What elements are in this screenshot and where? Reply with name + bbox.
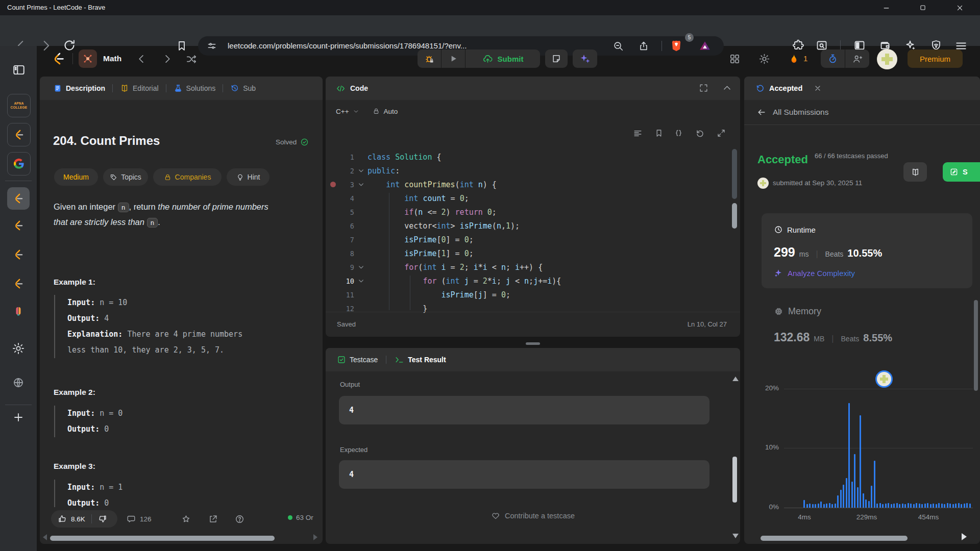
test-vscroll-down-arrow[interactable] <box>732 534 739 538</box>
next-problem-button[interactable] <box>161 53 173 65</box>
runtime-bar[interactable] <box>854 454 855 508</box>
runtime-bar[interactable] <box>958 503 960 508</box>
feedback-button[interactable] <box>235 514 244 524</box>
runtime-bar[interactable] <box>879 503 881 508</box>
topics-chip[interactable]: Topics <box>103 168 148 186</box>
runtime-bar[interactable] <box>891 504 892 508</box>
tab-leetcode-3[interactable] <box>12 248 25 261</box>
runtime-bar[interactable] <box>829 503 830 508</box>
snippets-button[interactable] <box>674 129 683 138</box>
breakpoint-dot[interactable] <box>330 182 336 187</box>
runtime-bar[interactable] <box>919 504 920 508</box>
code-line-1[interactable]: 1class Solution { <box>326 150 733 164</box>
runtime-bar[interactable] <box>949 504 951 508</box>
fullscreen-button[interactable] <box>699 83 708 93</box>
runtime-bar[interactable] <box>888 503 889 508</box>
tab-description[interactable]: Description <box>53 84 105 93</box>
bookmark-button[interactable] <box>176 40 188 52</box>
runtime-bar[interactable] <box>843 485 844 508</box>
companies-chip[interactable]: Companies <box>153 168 222 186</box>
runtime-bar[interactable] <box>820 502 822 508</box>
runtime-bar[interactable] <box>826 504 827 508</box>
fold-chevron-icon[interactable] <box>354 181 368 188</box>
sidebar-settings-button[interactable] <box>12 342 25 355</box>
hscroll-left-arrow[interactable] <box>43 534 47 540</box>
runtime-bar[interactable] <box>874 461 875 508</box>
runtime-bar[interactable] <box>865 499 867 508</box>
runtime-bar[interactable] <box>896 503 898 508</box>
site-settings-tune-icon[interactable] <box>207 41 217 51</box>
runtime-bar[interactable] <box>969 504 971 508</box>
like-button[interactable]: 8.6K <box>51 514 85 523</box>
analyze-complexity-link[interactable]: Analyze Complexity <box>774 268 855 278</box>
runtime-bar[interactable] <box>882 504 884 508</box>
brave-rewards-icon[interactable] <box>698 39 712 55</box>
runtime-bar[interactable] <box>823 504 825 508</box>
code-editor[interactable]: 1class Solution {2public:3 int countPrim… <box>326 150 733 315</box>
runtime-bar[interactable] <box>933 504 934 508</box>
layout-button[interactable] <box>729 53 741 65</box>
tab-leetcode-active[interactable] <box>7 187 30 210</box>
code-line-10[interactable]: 10 for (int j = 2*i; j < n;j+=i){ <box>326 274 733 288</box>
runtime-bar[interactable] <box>848 403 850 508</box>
runtime-bar[interactable] <box>899 504 900 508</box>
share-problem-button[interactable] <box>208 514 218 524</box>
fold-chevron-icon[interactable] <box>354 264 368 270</box>
runtime-bar[interactable] <box>938 503 940 508</box>
brave-shields-icon[interactable] <box>670 39 683 55</box>
bookmark-code-button[interactable] <box>654 129 664 138</box>
user-avatar[interactable] <box>877 49 897 69</box>
zoom-out-icon[interactable] <box>612 40 624 52</box>
runtime-bar[interactable] <box>941 504 943 508</box>
runtime-bar[interactable] <box>831 504 833 508</box>
runtime-bar[interactable] <box>955 504 957 508</box>
window-maximize-button[interactable] <box>908 0 938 15</box>
code-line-5[interactable]: 5 if(n <= 2) return 0; <box>326 205 733 219</box>
dislike-button[interactable] <box>98 514 107 523</box>
panel-resize-handle[interactable] <box>526 342 540 345</box>
ai-assistant-button[interactable] <box>573 49 597 68</box>
runtime-bar[interactable] <box>860 415 861 508</box>
runtime-bar[interactable] <box>913 504 915 508</box>
tab-leetcode-4[interactable] <box>12 277 25 290</box>
collapse-panel-button[interactable] <box>722 83 732 93</box>
runtime-bar[interactable] <box>904 504 906 508</box>
favorite-button[interactable] <box>181 514 191 524</box>
all-submissions-bar[interactable]: All Submissions <box>744 100 980 125</box>
forward-button[interactable] <box>39 39 53 53</box>
editor-vscroll-thumb[interactable] <box>732 203 737 229</box>
tab-leetcode-2[interactable] <box>12 219 25 232</box>
runtime-bar[interactable] <box>876 504 878 508</box>
contribute-testcase-button[interactable]: Contribute a testcase <box>326 511 740 520</box>
runtime-bar[interactable] <box>944 504 945 508</box>
problem-list-icon[interactable] <box>79 49 97 68</box>
extensions-button[interactable] <box>792 39 804 52</box>
settings-button[interactable] <box>758 53 770 65</box>
tab-brain-site[interactable] <box>12 305 24 319</box>
output-value-box[interactable]: 4 <box>339 396 709 424</box>
runtime-bar[interactable] <box>803 500 805 508</box>
runtime-bar[interactable] <box>812 504 814 508</box>
tab-testcase[interactable]: Testcase <box>337 355 378 364</box>
runtime-bar[interactable] <box>936 504 937 508</box>
tab-test-result[interactable]: Test Result <box>395 355 446 365</box>
tab-solutions[interactable]: Solutions <box>174 84 216 93</box>
tab-submissions[interactable]: Sub <box>230 84 256 93</box>
close-result-tab-button[interactable] <box>814 84 822 92</box>
window-minimize-button[interactable] <box>871 0 901 15</box>
tab-editorial[interactable]: Editorial <box>120 84 159 93</box>
description-hscroll-thumb[interactable] <box>50 536 275 541</box>
sidebar-panel-toggle[interactable] <box>12 63 26 77</box>
runtime-bar[interactable] <box>947 503 948 508</box>
chevron-down-icon[interactable] <box>353 108 359 115</box>
window-close-button[interactable] <box>945 0 974 15</box>
notes-button[interactable] <box>545 49 568 68</box>
runtime-bar[interactable] <box>930 504 932 508</box>
runtime-bar[interactable] <box>851 482 853 508</box>
runtime-bar[interactable] <box>966 503 968 508</box>
runtime-bar[interactable] <box>857 487 859 508</box>
code-line-8[interactable]: 8 isPrime[1] = 0; <box>326 246 733 260</box>
runtime-bar[interactable] <box>806 504 808 508</box>
fold-chevron-icon[interactable] <box>354 167 368 174</box>
runtime-bar[interactable] <box>927 503 928 508</box>
